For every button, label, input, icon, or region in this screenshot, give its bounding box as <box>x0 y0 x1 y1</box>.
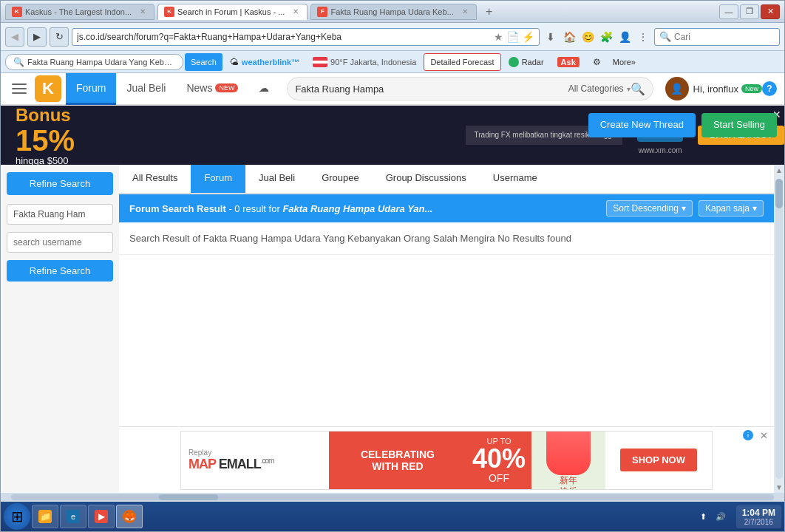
browser-content: K Forum Jual Beli News NEW ☁ Fakta Ruang… <box>1 73 784 493</box>
tab-forum[interactable]: Forum <box>191 165 245 193</box>
cn-chars: 新年 快乐 <box>560 475 577 488</box>
no-results-text: Search Result of Fakta Ruang Hampa Udara… <box>129 233 571 244</box>
profile-icon[interactable]: 👤 <box>616 29 633 45</box>
kapan-dropdown[interactable]: Kapan saja ▾ <box>699 200 764 216</box>
tab-search[interactable]: K Search in Forum | Kaskus - ... ✕ <box>157 4 307 20</box>
horizontal-scrollbar[interactable] <box>1 493 784 502</box>
map-emall-ad: Replay MAP EMALL.com CELEBRATING WITH RE… <box>180 431 713 490</box>
flash-icon[interactable]: ⚡ <box>522 31 534 43</box>
ad-until: hingga $500 <box>16 155 75 166</box>
taskbar-app-ie[interactable]: e <box>60 505 86 528</box>
hamburger-menu[interactable] <box>8 78 30 100</box>
bookmark-star-icon[interactable]: ★ <box>494 31 503 43</box>
nav-forum-label: Forum <box>76 82 106 94</box>
sort-dropdown[interactable]: Sort Descending ▾ <box>606 200 693 216</box>
bottom-ad-info-icon[interactable]: i <box>743 430 753 440</box>
reload-button[interactable]: ↻ <box>50 27 69 47</box>
address-bar-icons: ⬇ 🏠 😊 🧩 👤 ⋮ <box>543 29 651 45</box>
minimize-button[interactable]: — <box>719 4 738 19</box>
with-red-text: WITH RED <box>372 460 423 472</box>
nav-item-forum[interactable]: Forum <box>66 73 116 105</box>
nav-item-news[interactable]: News NEW <box>176 73 248 105</box>
ad-container: Bonus 15% hingga $500 ✔ Protoksi balance… <box>1 106 784 165</box>
browser-window: K Kaskus - The Largest Indon... ✕ K Sear… <box>0 0 785 532</box>
tab-close-2[interactable]: ✕ <box>290 7 301 17</box>
new-tab-button[interactable]: + <box>480 4 499 20</box>
sort-label: Sort Descending <box>613 203 679 214</box>
bottom-ad-close-icon[interactable]: ✕ <box>760 430 768 441</box>
radar-label: Radar <box>522 58 544 66</box>
weather-bm[interactable]: 🌤 weatherblink™ <box>224 53 305 71</box>
start-selling-button[interactable]: Start Selling <box>701 113 777 137</box>
tab-close-1[interactable]: ✕ <box>137 7 148 17</box>
taskbar: ⊞ 📁 e ▶ 🦊 ⬆ 🔊 1:04 PM 2/7/2016 <box>1 502 784 531</box>
percent-area: UP TO 40% OFF <box>466 432 531 489</box>
tray-flag-icon[interactable]: ⬆ <box>697 511 710 523</box>
tab-groupee[interactable]: Groupee <box>308 165 373 193</box>
taskbar-app-firefox[interactable]: 🦊 <box>116 505 143 528</box>
forward-button[interactable]: ▶ <box>27 27 47 47</box>
taskbar-app-media[interactable]: ▶ <box>88 505 115 528</box>
scroll-down-button[interactable]: ▼ <box>774 482 784 493</box>
start-button[interactable]: ⊞ <box>4 503 30 530</box>
detailed-forecast-label: Detailed Forecast <box>430 58 494 66</box>
tab-favicon-2: K <box>164 7 174 17</box>
h-scroll-thumb[interactable] <box>159 494 218 500</box>
tools-icon-bm[interactable]: ⚙ <box>587 53 607 71</box>
search-button-bm[interactable]: Search <box>185 53 222 71</box>
browser-search-bar[interactable]: 🔍 <box>654 28 780 46</box>
kaskus-logo[interactable]: K <box>35 75 61 102</box>
close-button[interactable]: ✕ <box>761 4 780 19</box>
shop-now-button[interactable]: SHOP NOW <box>620 449 697 471</box>
settings-icon[interactable]: ⋮ <box>635 29 651 45</box>
radar-button[interactable]: Radar <box>503 53 550 71</box>
tab-favicon-3: F <box>317 7 327 17</box>
ask-badge[interactable]: Ask <box>551 53 585 71</box>
tab-group-discussions[interactable]: Group Discussions <box>373 165 480 193</box>
browser-scrollbar[interactable]: ▲ ▼ <box>774 165 784 493</box>
nav-search-icon[interactable]: 🔍 <box>631 82 645 96</box>
download-icon[interactable]: ⬇ <box>543 29 559 45</box>
clock-date: 2/7/2016 <box>742 518 775 526</box>
taskbar-app-explorer[interactable]: 📁 <box>32 505 58 528</box>
tab-fakta[interactable]: F Fakta Ruang Hampa Udara Keb... ✕ <box>310 4 476 20</box>
refine-search-header-button[interactable]: Refine Search <box>7 172 113 195</box>
ie-icon: e <box>67 510 80 523</box>
clock[interactable]: 1:04 PM 2/7/2016 <box>736 505 781 528</box>
detailed-forecast-button[interactable]: Detailed Forecast <box>424 53 500 71</box>
search-bookmark[interactable]: 🔍 Fakta Ruang Hampa Udara Yang Kebanyaka… <box>5 54 183 70</box>
search-username-input[interactable] <box>7 232 113 253</box>
user-avatar[interactable]: 👤 <box>665 77 689 100</box>
tab-jual-beli[interactable]: Jual Beli <box>245 165 308 193</box>
tab-all-results[interactable]: All Results <box>119 165 191 193</box>
scroll-up-button[interactable]: ▲ <box>774 165 784 176</box>
no-results-message: Search Result of Fakta Ruang Hampa Udara… <box>119 222 774 255</box>
maximize-button[interactable]: ❐ <box>740 4 759 19</box>
results-sort: Sort Descending ▾ Kapan saja ▾ <box>606 200 764 216</box>
refine-search-button[interactable]: Refine Search <box>7 260 113 282</box>
url-bar[interactable]: js.co.id/search/forum?q=Fakta+Ruang+Hamp… <box>72 28 540 46</box>
help-button[interactable]: ? <box>762 81 777 96</box>
more-bookmarks[interactable]: More» <box>608 56 640 68</box>
results-area: Forum Search Result - 0 result for Fakta… <box>119 194 774 426</box>
weather-icon: 🌤 <box>230 57 239 67</box>
url-text: js.co.id/search/forum?q=Fakta+Ruang+Hamp… <box>77 32 491 42</box>
search-query-input[interactable] <box>7 204 113 225</box>
nav-item-jualbeli[interactable]: Jual Beli <box>116 73 176 105</box>
tab-kaskus[interactable]: K Kaskus - The Largest Indon... ✕ <box>5 4 154 20</box>
create-thread-button[interactable]: Create New Thread <box>588 113 696 137</box>
nav-search-area[interactable]: Fakta Ruang Hampa All Categories ▾ 🔍 <box>287 77 653 100</box>
extensions-icon[interactable]: 🧩 <box>598 29 614 45</box>
nav-item-cloud[interactable]: ☁ <box>248 73 279 105</box>
tab-close-3[interactable]: ✕ <box>460 7 470 17</box>
tab-username[interactable]: Username <box>480 165 551 193</box>
page-action-icon[interactable]: 📄 <box>506 31 519 43</box>
home-icon[interactable]: 🏠 <box>561 29 577 45</box>
scroll-thumb[interactable] <box>775 179 783 208</box>
back-button[interactable]: ◀ <box>5 27 24 47</box>
search-bookmark-text: Fakta Ruang Hampa Udara Yang Kebanyakan … <box>27 58 175 66</box>
tray-sound-icon[interactable]: 🔊 <box>713 511 729 523</box>
smiley-icon[interactable]: 😊 <box>580 29 596 45</box>
categories-label: All Categories <box>568 83 624 94</box>
browser-search-input[interactable] <box>674 32 775 42</box>
